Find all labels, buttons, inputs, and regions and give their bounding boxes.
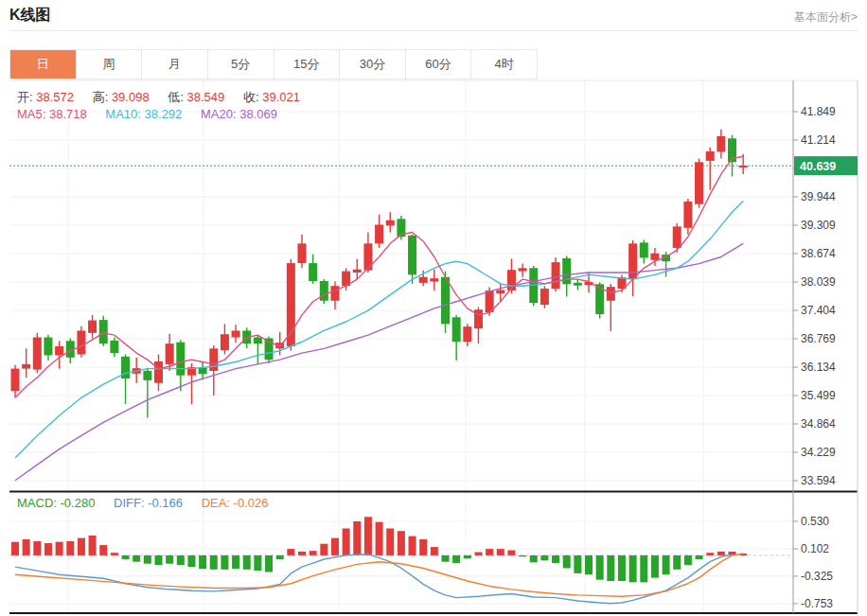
macd-bar xyxy=(706,553,714,555)
close-label: 收: xyxy=(243,90,259,104)
candle-body xyxy=(419,277,428,283)
ma5-value: 38.718 xyxy=(49,107,87,121)
macd-bar xyxy=(33,541,41,555)
axis-tick-label: 39.944 xyxy=(801,190,836,203)
candle-body xyxy=(77,330,85,354)
macd-bar xyxy=(540,555,548,560)
candle-body xyxy=(628,243,637,279)
macd-bar xyxy=(232,555,239,569)
macd-bar xyxy=(287,549,294,555)
macd-bar xyxy=(618,555,626,581)
macd-bar xyxy=(66,541,74,555)
candle-body xyxy=(607,287,615,301)
macd-bar xyxy=(331,538,339,555)
candle-body xyxy=(441,277,450,325)
candle-body xyxy=(430,278,438,281)
macd-bar xyxy=(353,521,361,555)
macd-bar xyxy=(144,555,151,564)
macd-label: MACD: xyxy=(17,496,57,510)
candle-body xyxy=(88,321,97,333)
candle-body xyxy=(552,262,560,289)
macd-bar xyxy=(596,555,604,580)
macd-bar xyxy=(320,544,327,555)
candle-body xyxy=(199,368,207,375)
axis-tick-label: 34.864 xyxy=(801,417,836,431)
candle-body xyxy=(22,364,30,369)
macd-bar xyxy=(585,555,593,574)
macd-bar xyxy=(343,528,350,554)
macd-bar xyxy=(89,536,97,555)
axis-tick-label: 37.404 xyxy=(801,304,836,317)
candle-body xyxy=(99,320,108,343)
candle-body xyxy=(110,341,118,353)
diff-value: -0.166 xyxy=(148,496,183,510)
axis-tick-label: 41.849 xyxy=(801,105,836,118)
candle-body xyxy=(254,338,262,344)
candle-body xyxy=(232,330,240,337)
macd-bar xyxy=(221,555,228,570)
candle-body xyxy=(11,369,20,392)
candle-body xyxy=(739,166,748,167)
dea-value: -0.026 xyxy=(234,496,269,510)
diff-label: DIFF: xyxy=(114,496,145,510)
open-value: 38.572 xyxy=(36,90,74,104)
macd-bar xyxy=(486,549,493,555)
macd-bar xyxy=(199,555,206,569)
macd-bar xyxy=(684,555,692,565)
ma5-label: MA5: xyxy=(17,107,45,121)
macd-bar xyxy=(78,538,85,555)
macd-bar xyxy=(507,550,515,554)
macd-bar xyxy=(419,539,427,555)
macd-bar xyxy=(133,555,140,562)
candle-body xyxy=(463,326,471,342)
axis-tick-label: 33.594 xyxy=(801,474,836,487)
ma20-value: 38.069 xyxy=(239,107,277,121)
low-value: 38.549 xyxy=(187,90,225,104)
macd-bar xyxy=(11,542,19,555)
candle-body xyxy=(673,226,681,248)
macd-bar xyxy=(673,555,681,570)
axis-tick-label: 35.499 xyxy=(801,389,836,402)
macd-bar xyxy=(99,545,107,555)
macd-bar xyxy=(254,555,261,571)
macd-bar xyxy=(265,555,273,572)
candle-body xyxy=(375,224,383,243)
macd-bar xyxy=(111,553,118,555)
candle-body xyxy=(143,371,151,380)
candle-body xyxy=(154,361,163,383)
ma20-label: MA20: xyxy=(201,107,237,121)
ma-row: MA5: 38.718 MA10: 38.292 MA20: 38.069 xyxy=(17,107,292,121)
macd-bar xyxy=(398,531,405,555)
candle-body xyxy=(519,268,527,271)
candle-body xyxy=(298,243,307,263)
macd-bar xyxy=(563,555,571,569)
axis-tick-label: 38.674 xyxy=(801,247,836,260)
candle-body xyxy=(574,283,582,286)
axis-tick-label: 41.214 xyxy=(801,133,836,147)
macd-bar xyxy=(409,537,416,555)
macd-bar xyxy=(464,555,471,558)
axis-tick-label: -0.325 xyxy=(801,570,833,583)
axis-tick-label: 39.309 xyxy=(801,219,836,232)
candle-body xyxy=(386,220,395,226)
ma10-label: MA10: xyxy=(105,107,141,121)
dea-label: DEA: xyxy=(202,496,230,510)
candle-body xyxy=(44,338,52,356)
macd-bar xyxy=(155,555,163,565)
ma10-value: 38.292 xyxy=(145,107,183,121)
macd-bar xyxy=(23,539,30,555)
high-value: 39.098 xyxy=(112,90,150,104)
macd-bar xyxy=(56,542,63,555)
candle-body xyxy=(353,270,362,273)
macd-bar xyxy=(276,555,284,559)
candle-body xyxy=(706,151,715,161)
candle-body xyxy=(540,289,549,305)
ohlc-row: 开: 38.572 高: 39.098 低: 38.549 收: 39.021 xyxy=(17,89,315,106)
high-label: 高: xyxy=(93,90,109,104)
macd-bar xyxy=(629,555,637,582)
macd-bar xyxy=(44,543,52,555)
macd-bar xyxy=(651,555,659,578)
macd-bar xyxy=(166,555,173,564)
macd-bar xyxy=(243,555,251,570)
macd-bar xyxy=(364,517,372,555)
